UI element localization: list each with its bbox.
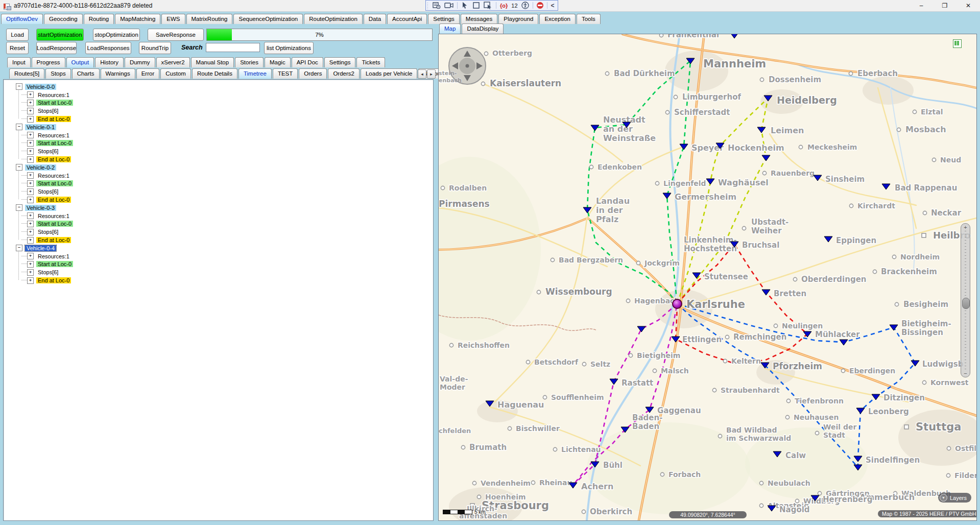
output-tab-warnings[interactable]: Warnings bbox=[101, 68, 135, 79]
output-tab-orders2[interactable]: Orders2 bbox=[328, 68, 360, 79]
tree-item-resources-1[interactable]: Resources:1 bbox=[36, 173, 71, 179]
stop-marker[interactable] bbox=[856, 408, 865, 414]
toolbar-grip[interactable] bbox=[427, 2, 429, 9]
stop-marker[interactable] bbox=[814, 175, 822, 181]
breakpoints-icon[interactable]: {ο} bbox=[500, 3, 508, 9]
expand-icon[interactable]: + bbox=[27, 197, 34, 203]
tab-manual-stop[interactable]: Manual Stop bbox=[191, 57, 234, 67]
map-tab-map[interactable]: Map bbox=[439, 23, 461, 34]
expand-icon[interactable]: + bbox=[27, 156, 34, 163]
output-tab-orders[interactable]: Orders bbox=[299, 68, 327, 79]
expand-icon[interactable]: + bbox=[27, 180, 34, 187]
tree-item-stops-6-[interactable]: Stops[6] bbox=[36, 148, 60, 154]
expand-icon[interactable]: + bbox=[27, 116, 34, 123]
output-tab-custom[interactable]: Custom bbox=[160, 68, 191, 79]
zoom-out-icon[interactable]: − bbox=[964, 370, 967, 377]
tree-item-vehicle-0-4[interactable]: Vehicle-0-4 bbox=[25, 245, 56, 251]
zoom-handle[interactable] bbox=[962, 298, 970, 309]
start-optimization-button[interactable]: startOptimization bbox=[36, 29, 84, 41]
maximize-button[interactable]: ❐ bbox=[933, 0, 957, 11]
tree-item-resources-1[interactable]: Resources:1 bbox=[36, 253, 71, 259]
stop-marker[interactable] bbox=[762, 155, 770, 161]
stop-marker[interactable] bbox=[730, 34, 738, 38]
snapshot-frame-icon[interactable] bbox=[472, 2, 480, 9]
tree-item-resources-1[interactable]: Resources:1 bbox=[36, 132, 71, 138]
tab-settings[interactable]: Settings bbox=[324, 57, 356, 67]
output-tab-loads-per-vehicle[interactable]: Loads per Vehicle bbox=[361, 68, 417, 79]
tree-item-start-at-loc-0[interactable]: Start at Loc-0 bbox=[36, 100, 73, 106]
menu-tab-tools[interactable]: Tools bbox=[577, 14, 601, 24]
expand-icon[interactable]: + bbox=[27, 277, 34, 284]
expand-icon[interactable]: + bbox=[27, 261, 34, 268]
close-button[interactable]: ✕ bbox=[957, 0, 980, 11]
stop-marker[interactable] bbox=[890, 325, 898, 330]
expand-icon[interactable]: + bbox=[27, 132, 34, 138]
list-optimizations-button[interactable]: list Optimizations bbox=[264, 42, 314, 54]
collapse-icon[interactable]: − bbox=[16, 83, 22, 90]
zoom-in-icon[interactable]: + bbox=[964, 224, 967, 231]
tab-history[interactable]: History bbox=[95, 57, 124, 67]
tab-stories[interactable]: Stories bbox=[235, 57, 264, 67]
stop-marker[interactable] bbox=[637, 326, 646, 332]
menu-tab-routeoptimization[interactable]: RouteOptimization bbox=[304, 14, 363, 24]
expand-icon[interactable]: + bbox=[27, 100, 34, 106]
expand-icon[interactable]: + bbox=[27, 221, 34, 227]
menu-tab-routing[interactable]: Routing bbox=[84, 14, 114, 24]
tree-item-start-at-loc-0[interactable]: Start at Loc-0 bbox=[36, 221, 73, 227]
tree-item-vehicle-0-2[interactable]: Vehicle-0-2 bbox=[25, 164, 56, 171]
stop-marker[interactable] bbox=[706, 179, 714, 184]
expand-icon[interactable]: + bbox=[27, 91, 34, 98]
tab-scroll-left-icon[interactable]: ◂ bbox=[418, 69, 426, 79]
stop-marker[interactable] bbox=[757, 127, 766, 133]
tree-item-end-at-loc-0[interactable]: End at Loc-0 bbox=[36, 116, 71, 122]
tree-item-stops-6-[interactable]: Stops[6] bbox=[36, 269, 60, 275]
tab-input[interactable]: Input bbox=[7, 57, 31, 67]
stop-marker[interactable] bbox=[824, 236, 832, 242]
save-response-button[interactable]: SaveResponse bbox=[148, 29, 204, 41]
tab-api-doc[interactable]: API Doc bbox=[292, 57, 323, 67]
load-responses-button[interactable]: LoadResponses bbox=[85, 42, 131, 54]
menu-tab-mapmatching[interactable]: MapMatching bbox=[115, 14, 160, 24]
output-tab-timetree[interactable]: Timetree bbox=[238, 68, 272, 79]
menu-tab-matrixrouting[interactable]: MatrixRouting bbox=[186, 14, 233, 24]
tree-item-vehicle-0-0[interactable]: Vehicle-0-0 bbox=[25, 84, 56, 90]
tab-progress[interactable]: Progress bbox=[32, 57, 65, 67]
select-window-icon[interactable] bbox=[433, 2, 441, 9]
output-tab-charts[interactable]: Charts bbox=[72, 68, 100, 79]
stop-marker[interactable] bbox=[840, 340, 848, 345]
expand-icon[interactable]: + bbox=[27, 148, 34, 155]
stop-entry-icon[interactable] bbox=[537, 2, 543, 9]
tree-item-resources-1[interactable]: Resources:1 bbox=[36, 92, 71, 98]
tree-item-end-at-loc-0[interactable]: End at Loc-0 bbox=[36, 197, 71, 203]
menu-tab-ews[interactable]: EWS bbox=[161, 14, 185, 24]
tree-item-stops-6-[interactable]: Stops[6] bbox=[36, 108, 60, 114]
tab-xserver2[interactable]: xServer2 bbox=[156, 57, 190, 67]
tree-item-vehicle-0-3[interactable]: Vehicle-0-3 bbox=[25, 205, 56, 211]
tab-scroll-right-icon[interactable]: ▸ bbox=[427, 69, 436, 79]
round-trip-button[interactable]: RoundTrip bbox=[139, 42, 171, 54]
tab-output[interactable]: Output bbox=[66, 57, 94, 67]
load-button[interactable]: Load bbox=[6, 29, 29, 41]
menu-tab-sequenceoptimization[interactable]: SequenceOptimization bbox=[233, 14, 303, 24]
map-canvas[interactable]: FrankenthalOtterbergMannheimstein-enbach… bbox=[438, 34, 977, 521]
cursor-icon[interactable] bbox=[461, 2, 469, 9]
expand-icon[interactable]: + bbox=[27, 188, 34, 195]
map-zoom-slider[interactable]: + − bbox=[961, 223, 970, 377]
load-response-button[interactable]: LoadResponse bbox=[36, 42, 77, 54]
collapse-icon[interactable]: − bbox=[16, 245, 22, 251]
tree-item-vehicle-0-1[interactable]: Vehicle-0-1 bbox=[25, 124, 56, 130]
stop-marker[interactable] bbox=[872, 394, 880, 400]
menu-tab-geocoding[interactable]: Geocoding bbox=[44, 14, 83, 24]
tree-item-resources-1[interactable]: Resources:1 bbox=[36, 213, 71, 219]
accessibility-icon[interactable] bbox=[521, 2, 529, 9]
expand-icon[interactable]: + bbox=[27, 212, 34, 219]
reset-button[interactable]: Reset bbox=[6, 42, 29, 54]
output-tab-route-details[interactable]: Route Details bbox=[192, 68, 237, 79]
layers-button[interactable]: ▼ Layers bbox=[938, 493, 971, 503]
menu-tab-accountapi[interactable]: AccountApi bbox=[387, 14, 427, 24]
menu-tab-exception[interactable]: Exception bbox=[539, 14, 576, 24]
tab-dummy[interactable]: Dummy bbox=[125, 57, 155, 67]
output-tab-stops[interactable]: Stops bbox=[45, 68, 70, 79]
stop-marker[interactable] bbox=[680, 144, 688, 150]
collapse-icon[interactable]: − bbox=[16, 204, 22, 211]
